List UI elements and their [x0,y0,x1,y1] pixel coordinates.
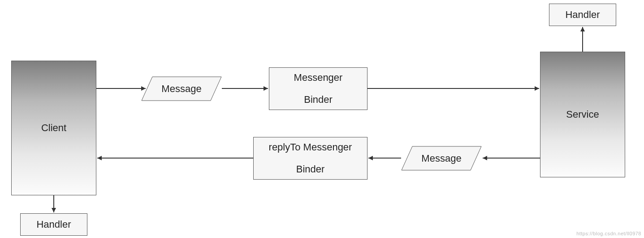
messenger-binder-box: Messenger Binder [269,67,367,110]
client-box: Client [11,61,96,195]
handler-bottom-box: Handler [20,213,87,236]
handler-top-box: Handler [549,4,616,26]
message-top-label: Message [161,83,201,95]
message-bottom-label: Message [421,153,461,164]
service-box: Service [540,52,625,177]
message-bottom-box: Message [401,146,482,171]
service-label: Service [566,109,599,120]
reply-binder-line2: Binder [296,159,325,180]
client-label: Client [41,122,66,134]
handler-top-label: Handler [565,9,600,21]
watermark-text: https://blog.csdn.net/ll0978 [576,231,641,236]
reply-binder-line1: replyTo Messenger [269,137,352,158]
messenger-binder-line1: Messenger [294,67,343,88]
messenger-binder-line2: Binder [304,89,333,110]
reply-messenger-binder-box: replyTo Messenger Binder [253,137,367,180]
handler-bottom-label: Handler [36,219,71,230]
message-top-box: Message [141,76,222,101]
